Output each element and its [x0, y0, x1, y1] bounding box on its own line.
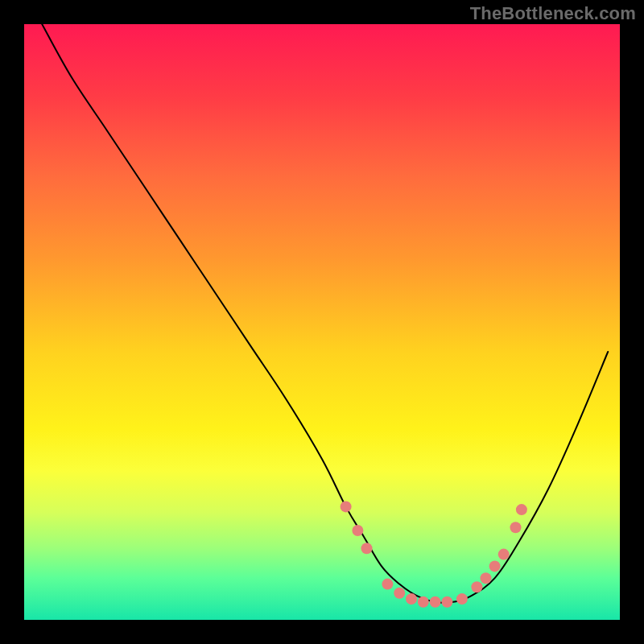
data-point [441, 597, 452, 608]
watermark-text: TheBottleneck.com [470, 3, 636, 24]
data-point [382, 579, 393, 590]
curve-path [42, 24, 608, 603]
data-point [456, 593, 468, 605]
data-point [471, 581, 482, 592]
data-point [430, 597, 441, 608]
data-point [481, 572, 492, 584]
data-point [498, 549, 510, 560]
data-point [406, 593, 417, 605]
data-point [418, 597, 429, 608]
plot-area [24, 24, 620, 620]
bottleneck-curve [42, 24, 608, 603]
chart-frame: TheBottleneck.com [0, 0, 644, 644]
data-point [516, 504, 527, 515]
data-point [361, 543, 373, 554]
bottleneck-dots [341, 501, 527, 607]
data-point [394, 588, 405, 599]
data-point [352, 525, 363, 536]
curve-layer [24, 24, 620, 620]
data-point [489, 560, 501, 572]
data-point [510, 522, 522, 533]
data-point [341, 501, 352, 512]
